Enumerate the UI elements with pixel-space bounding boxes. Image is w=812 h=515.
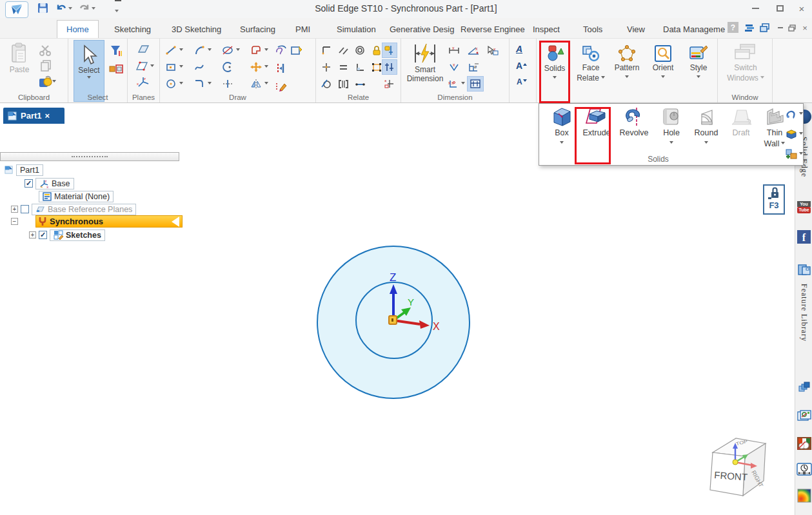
hole-caret[interactable] — [669, 141, 673, 146]
cut-button[interactable] — [39, 44, 53, 57]
maximize-button[interactable] — [767, 0, 792, 17]
tangent-relation[interactable] — [321, 76, 338, 92]
tab-sketching[interactable]: Sketching — [105, 20, 160, 38]
coordinate-dim-caret[interactable] — [461, 82, 465, 86]
sidebar-tab-rendering[interactable] — [795, 436, 812, 451]
parallel-relation[interactable] — [338, 43, 355, 58]
line-tool[interactable] — [165, 43, 193, 58]
face-relate-button[interactable]: Face Relate — [574, 40, 608, 102]
rectangle-tool[interactable] — [165, 59, 193, 75]
selection-filter-button[interactable] — [108, 44, 124, 58]
pattern-button[interactable]: Pattern — [610, 40, 644, 102]
tab-reverse-engineering[interactable]: Reverse Enginee — [451, 20, 534, 38]
round-command[interactable]: Round — [689, 106, 724, 155]
minimize-document-button[interactable] — [774, 22, 787, 34]
angle-tool[interactable]: x — [448, 59, 467, 75]
tab-tools[interactable]: Tools — [574, 20, 611, 38]
select-button[interactable]: Select — [74, 40, 104, 102]
box-command[interactable]: Box — [544, 106, 579, 155]
revolve-command[interactable]: Revolve — [617, 106, 651, 155]
tab-pmi[interactable]: PMI — [286, 20, 319, 38]
solids-button[interactable]: Solids — [540, 40, 569, 102]
concentric-relation[interactable] — [355, 43, 371, 58]
line-caret[interactable] — [179, 48, 183, 53]
trim-tool[interactable] — [222, 76, 250, 92]
ellipse-caret[interactable] — [236, 48, 240, 53]
select-box-button[interactable] — [108, 62, 124, 76]
restore-document-button[interactable] — [786, 22, 798, 34]
planes-caret[interactable] — [150, 64, 154, 69]
smart-dimension-button[interactable]: Smart Dimension — [405, 40, 445, 102]
switch-windows-button[interactable]: Switch Windows — [724, 40, 767, 102]
sidebar-tab-facebook[interactable]: f — [795, 230, 812, 244]
tab-surfacing[interactable]: Surfacing — [231, 20, 284, 38]
add-body-command[interactable] — [786, 146, 803, 162]
tab-simulation[interactable]: Simulation — [328, 20, 385, 38]
arc-by-center-tool[interactable] — [222, 59, 250, 75]
orient-caret[interactable] — [661, 75, 665, 80]
relationship-assistant[interactable]: * — [382, 76, 397, 92]
coincident-plane-button[interactable] — [136, 44, 150, 55]
view-cube[interactable]: TOP RIGHT FRONT — [700, 433, 777, 507]
coordinate-system-button[interactable]: zx — [136, 76, 150, 89]
close-button[interactable]: × — [792, 0, 811, 17]
paste-special-button[interactable] — [36, 75, 58, 89]
minimize-button[interactable] — [743, 0, 767, 17]
sketch-edit-tool[interactable] — [275, 79, 303, 94]
helix-caret[interactable] — [799, 112, 803, 117]
helix-solid-command[interactable] — [786, 106, 803, 122]
symmetry-axis-relation[interactable] — [338, 76, 355, 92]
arc-caret[interactable] — [208, 48, 212, 53]
style-button[interactable]: Style — [682, 40, 715, 102]
mirror-caret[interactable] — [264, 82, 268, 86]
thin-wall-caret[interactable] — [781, 142, 785, 146]
distance-between-tool[interactable]: x — [448, 43, 467, 58]
sidebar-tab-simulation-results[interactable] — [795, 489, 812, 503]
draft-command[interactable]: Draft — [724, 106, 758, 155]
coordinate-dimension-tool[interactable]: xx — [448, 76, 467, 92]
circle-tool[interactable] — [165, 76, 193, 92]
tab-view[interactable]: View — [618, 20, 654, 38]
copy-button[interactable] — [39, 59, 53, 72]
rigid-relation[interactable] — [355, 76, 371, 92]
text-style-button[interactable]: A — [516, 44, 522, 54]
curve-tool[interactable] — [193, 59, 222, 75]
circle-caret[interactable] — [179, 82, 183, 86]
plane-lock-indicator[interactable]: F3 — [763, 184, 785, 215]
dimension-select-tool[interactable]: x — [486, 43, 506, 58]
ribbon-display-button[interactable] — [743, 22, 756, 34]
fillet-caret[interactable] — [208, 82, 212, 86]
add-body-caret[interactable] — [799, 152, 803, 157]
helix-curve-tool[interactable] — [275, 43, 303, 58]
sidebar-tab-youtube[interactable]: You Tube — [795, 201, 812, 214]
sidebar-tab-sketch-manager[interactable] — [795, 409, 812, 422]
box-caret[interactable] — [560, 141, 564, 146]
hole-command[interactable]: Hole — [654, 106, 689, 155]
help-button[interactable]: ? — [728, 22, 738, 33]
tab-3d-sketching[interactable]: 3D Sketching — [163, 20, 230, 38]
arc-tool[interactable] — [193, 43, 222, 58]
relationship-handles-toggle[interactable] — [382, 59, 397, 75]
tab-data-management[interactable]: Data Manageme — [654, 20, 734, 38]
dimension-between-toggle[interactable] — [467, 76, 484, 92]
select-caret[interactable] — [87, 76, 91, 81]
solids-caret[interactable] — [553, 76, 557, 81]
sidebar-tab-motion[interactable] — [795, 463, 812, 476]
orient-button[interactable]: Orient — [646, 40, 680, 102]
feature-library-label[interactable]: Feature Library — [795, 284, 812, 342]
maintain-relationships-toggle[interactable] — [382, 43, 397, 58]
angle-between-tool[interactable]: x — [467, 43, 486, 58]
face-relate-caret[interactable] — [601, 76, 605, 81]
sidebar-tab-layers[interactable] — [795, 380, 812, 394]
close-document-button[interactable]: × — [798, 22, 811, 34]
sidebar-tab-feature-library[interactable] — [795, 263, 812, 277]
paste-button[interactable]: Paste — [5, 40, 34, 102]
perpendicular-relation[interactable] — [321, 43, 338, 58]
increase-text-button[interactable]: A — [516, 61, 527, 71]
rectangle-caret[interactable] — [179, 65, 183, 70]
fillet-tool[interactable] — [193, 76, 222, 92]
tab-home[interactable]: Home — [57, 20, 99, 38]
equal-relation[interactable] — [338, 59, 355, 75]
paste-special-caret[interactable] — [52, 80, 56, 84]
dimension-style-tool[interactable]: ø — [467, 59, 486, 75]
